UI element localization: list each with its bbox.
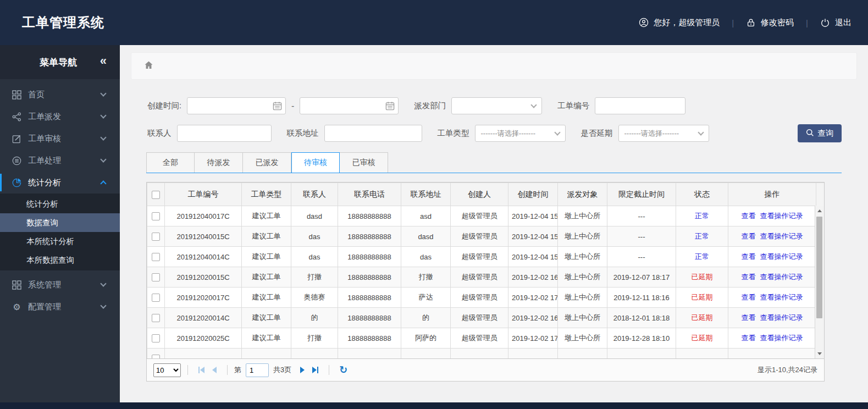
select-all-checkbox[interactable] — [152, 191, 160, 199]
power-icon — [820, 18, 830, 27]
cell-creator: 超级管理员 — [451, 328, 508, 349]
cell-address: 打撤 — [401, 267, 451, 288]
view-log-link[interactable]: 查看操作记录 — [760, 212, 803, 220]
cell-target: 墩上中心所 — [558, 247, 607, 267]
sidebar-item-process[interactable]: 工单处理 — [0, 150, 120, 172]
cell-phone: 18888888888 — [338, 206, 401, 226]
next-page-button[interactable] — [300, 367, 305, 373]
submenu-item-office-statistics[interactable]: 本所统计分析 — [0, 232, 120, 251]
home-icon[interactable] — [143, 60, 154, 73]
calendar-icon[interactable] — [385, 101, 395, 110]
view-log-link[interactable]: 查看操作记录 — [760, 252, 803, 261]
tab-reviewed[interactable]: 已审核 — [340, 152, 388, 173]
view-log-link[interactable]: 查看操作记录 — [760, 232, 803, 240]
footer-bar — [0, 402, 868, 409]
grid-icon — [12, 90, 21, 100]
sidebar-item-config[interactable]: ⚙ 配置管理 — [0, 296, 120, 318]
order-type-select[interactable]: -------请选择------- — [475, 125, 566, 142]
cell-address: 萨达 — [401, 288, 451, 308]
change-password-button[interactable]: 修改密码 — [746, 18, 794, 28]
dispatch-dept-select[interactable] — [451, 97, 542, 114]
address-input[interactable] — [324, 125, 422, 142]
user-icon — [639, 18, 649, 27]
sidebar-item-label: 工单派发 — [28, 112, 101, 122]
order-no-input[interactable] — [595, 97, 685, 114]
gear-icon: ⚙ — [12, 302, 21, 312]
view-link[interactable]: 查看 — [742, 252, 756, 261]
sidebar-item-label: 首页 — [28, 90, 101, 100]
view-link[interactable]: 查看 — [742, 273, 756, 281]
view-log-link[interactable]: 查看操作记录 — [760, 293, 803, 301]
row-checkbox[interactable] — [152, 273, 160, 281]
view-link[interactable]: 查看 — [742, 232, 756, 240]
table-row: 201912020015C建议工单打撤18888888888打撤超级管理员201… — [147, 267, 825, 288]
cell-created: 2019-12-02 16 — [508, 267, 558, 288]
chevron-down-icon — [554, 129, 560, 135]
scroll-up-arrow[interactable] — [815, 207, 824, 214]
cell-created: 2019-12-04 15 — [508, 226, 558, 247]
view-log-link[interactable]: 查看操作记录 — [760, 334, 803, 342]
calendar-icon[interactable] — [273, 101, 282, 110]
logout-label: 退出 — [835, 18, 852, 28]
search-button[interactable]: 查询 — [798, 124, 842, 142]
status-badge: 已延期 — [692, 273, 713, 281]
row-checkbox[interactable] — [152, 314, 160, 322]
submenu-label: 本所统计分析 — [26, 236, 74, 247]
tab-to-dispatch[interactable]: 待派发 — [195, 152, 243, 173]
sidebar-item-system[interactable]: 系统管理 — [0, 274, 120, 296]
create-time-start-input[interactable] — [187, 97, 286, 114]
view-link[interactable]: 查看 — [742, 313, 756, 322]
first-page-button[interactable] — [198, 367, 204, 373]
status-badge: 正常 — [695, 232, 709, 240]
row-checkbox[interactable] — [152, 233, 160, 241]
cell-contact: das — [291, 247, 338, 267]
delay-select[interactable]: -------请选择------- — [618, 125, 709, 142]
chevron-down-icon — [531, 102, 537, 108]
refresh-icon[interactable]: ↻ — [339, 364, 347, 376]
prev-page-button[interactable] — [212, 367, 217, 373]
sidebar-item-dispatch[interactable]: 工单派发 — [0, 106, 120, 128]
status-badge: 已延期 — [692, 334, 713, 342]
col-created: 创建时间 — [508, 183, 558, 206]
cell-target: 墩上中心所 — [558, 206, 607, 226]
last-page-button[interactable] — [312, 367, 318, 373]
sidebar-item-review[interactable]: 工单审核 — [0, 128, 120, 150]
row-checkbox[interactable] — [152, 212, 160, 220]
contact-input[interactable] — [177, 125, 272, 142]
row-checkbox[interactable] — [152, 253, 160, 261]
cell-created: 2019-12-04 15 — [508, 206, 558, 226]
sidebar-item-statistics[interactable]: 统计分析 — [0, 172, 120, 194]
cell-creator: 超级管理员 — [451, 288, 508, 308]
page-size-select[interactable]: 10 — [153, 363, 181, 377]
view-link[interactable]: 查看 — [742, 334, 756, 342]
delay-label: 是否延期 — [581, 128, 613, 139]
scrollbar-thumb[interactable] — [816, 217, 822, 318]
row-checkbox[interactable] — [152, 334, 160, 342]
current-page-input[interactable] — [246, 363, 269, 377]
pie-chart-icon — [12, 178, 21, 187]
view-log-link[interactable]: 查看操作记录 — [760, 313, 803, 322]
row-checkbox[interactable] — [152, 355, 160, 359]
collapse-sidebar-icon[interactable]: « — [100, 54, 106, 68]
tab-dispatched[interactable]: 已派发 — [243, 152, 291, 173]
view-log-link[interactable]: 查看操作记录 — [760, 273, 803, 281]
create-time-end-input[interactable] — [300, 97, 399, 114]
scroll-down-arrow[interactable] — [815, 350, 824, 357]
sidebar-item-home[interactable]: 首页 — [0, 84, 120, 106]
sidebar: 菜单导航 « 首页 工单派发 工单审核 — [0, 45, 120, 402]
user-greeting[interactable]: 您好，超级管理员 — [639, 18, 720, 28]
submenu-item-office-data-query[interactable]: 本所数据查询 — [0, 251, 120, 269]
table-row: 201912020014C建议工单的18888888888的超级管理员2019-… — [147, 308, 825, 328]
view-link[interactable]: 查看 — [742, 212, 756, 220]
view-link[interactable]: 查看 — [742, 293, 756, 301]
table-scrollbar[interactable] — [815, 206, 824, 358]
submenu-item-data-query[interactable]: 数据查询 — [0, 213, 120, 232]
col-order-type: 工单类型 — [242, 183, 291, 206]
submenu-item-statistics[interactable]: 统计分析 — [0, 195, 120, 213]
logout-button[interactable]: 退出 — [820, 18, 852, 28]
row-checkbox[interactable] — [152, 294, 160, 302]
col-target: 派发对象 — [558, 183, 607, 206]
tab-to-review[interactable]: 待审核 — [291, 152, 340, 173]
select-placeholder: -------请选择------- — [624, 129, 679, 139]
tab-all[interactable]: 全部 — [146, 152, 195, 173]
